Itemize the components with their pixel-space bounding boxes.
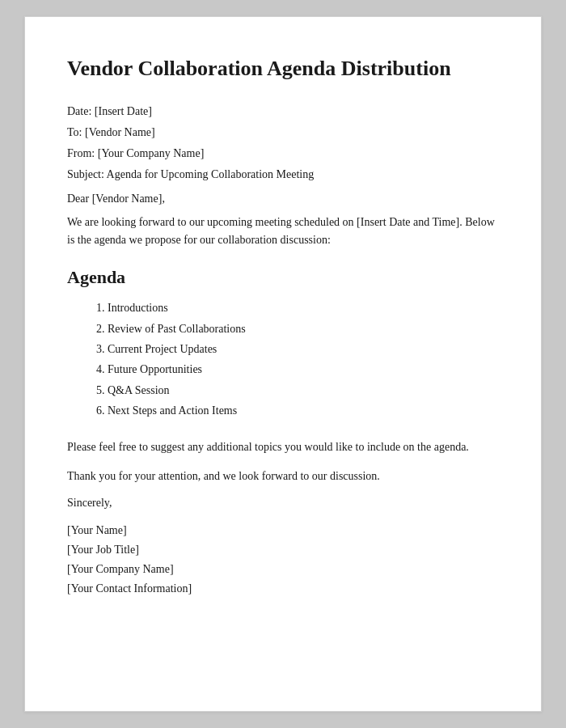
signature-name: [Your Name] xyxy=(67,521,499,540)
salutation: Dear [Vendor Name], xyxy=(67,193,499,205)
meta-subject: Subject: Agenda for Upcoming Collaborati… xyxy=(67,168,499,181)
meta-from: From: [Your Company Name] xyxy=(67,147,499,160)
body-paragraph-2: Thank you for your attention, and we loo… xyxy=(67,468,499,485)
document-page: Vendor Collaboration Agenda Distribution… xyxy=(24,16,542,712)
agenda-heading: Agenda xyxy=(67,267,499,288)
document-title: Vendor Collaboration Agenda Distribution xyxy=(67,56,499,83)
body-paragraph-1: Please feel free to suggest any addition… xyxy=(67,438,499,456)
agenda-list: 1. Introductions 2. Review of Past Colla… xyxy=(96,299,499,420)
signature-title: [Your Job Title] xyxy=(67,540,499,560)
list-item: 5. Q&A Session xyxy=(96,382,499,400)
list-item: 6. Next Steps and Action Items xyxy=(96,402,499,420)
signature-contact: [Your Contact Information] xyxy=(67,579,499,599)
meta-to: To: [Vendor Name] xyxy=(67,126,499,139)
list-item: 3. Current Project Updates xyxy=(96,341,499,358)
list-item: 4. Future Opportunities xyxy=(96,361,499,379)
signature-company: [Your Company Name] xyxy=(67,560,499,579)
list-item: 1. Introductions xyxy=(96,299,499,317)
intro-paragraph: We are looking forward to our upcoming m… xyxy=(67,214,499,250)
meta-date: Date: [Insert Date] xyxy=(67,105,499,118)
signature-block: [Your Name] [Your Job Title] [Your Compa… xyxy=(67,521,499,598)
closing: Sincerely, xyxy=(67,497,499,510)
list-item: 2. Review of Past Collaborations xyxy=(96,320,499,338)
